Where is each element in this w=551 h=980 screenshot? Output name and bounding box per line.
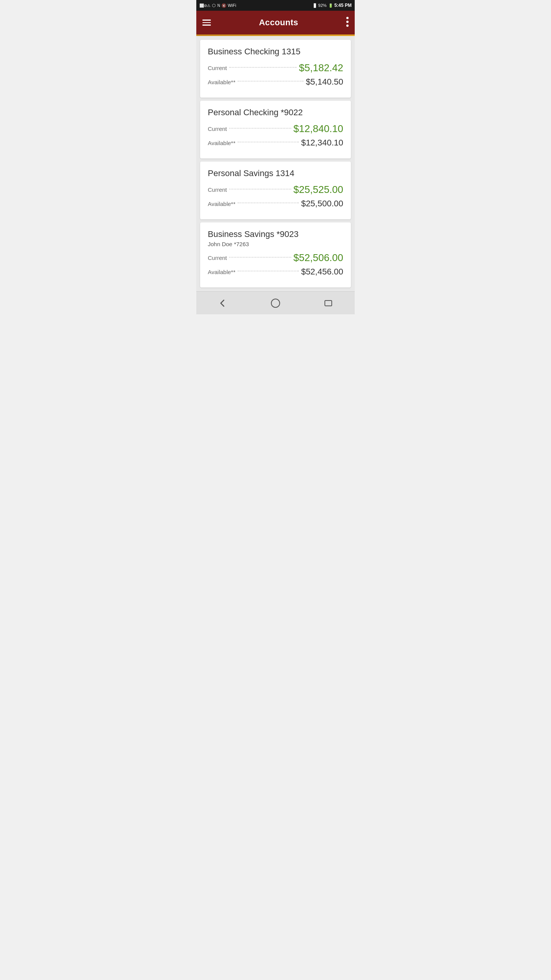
nfc-icon: N [217, 3, 220, 8]
bottom-nav-bar [196, 291, 355, 314]
app-icons: ⬜⊘⚠ [199, 3, 210, 8]
svg-point-1 [346, 21, 349, 23]
account-sub-business-savings: John Doe *7263 [208, 241, 343, 247]
current-label-4: Current [208, 255, 227, 261]
current-balance-row-4: Current $52,506.00 [208, 252, 343, 264]
available-balance-row-2: Available** $12,340.10 [208, 138, 343, 148]
status-bar: ⬜⊘⚠ ⬡ N 🔇 WiFi ▊ 92% 🔋 5:45 PM [196, 0, 355, 11]
available-label-1: Available** [208, 79, 235, 85]
hamburger-menu-button[interactable] [202, 20, 211, 26]
dots-4b [238, 271, 299, 271]
account-card-business-checking[interactable]: Business Checking 1315 Current $5,182.42… [200, 40, 351, 98]
recents-button[interactable] [321, 296, 336, 311]
home-button[interactable] [268, 296, 283, 311]
battery-percentage: 92% [318, 3, 327, 8]
dots-3a [229, 189, 291, 189]
available-label-3: Available** [208, 201, 235, 207]
current-amount-4: $52,506.00 [293, 252, 343, 264]
mute-icon: 🔇 [222, 3, 226, 8]
available-amount-4: $52,456.00 [301, 267, 343, 277]
current-label-1: Current [208, 65, 227, 71]
time-display: 5:45 PM [334, 3, 352, 8]
svg-rect-4 [325, 301, 332, 306]
dots-3b [238, 203, 299, 203]
available-label-4: Available** [208, 269, 235, 275]
page-title: Accounts [259, 18, 298, 28]
dots-2b [238, 142, 299, 142]
available-balance-row-4: Available** $52,456.00 [208, 267, 343, 277]
svg-point-3 [271, 299, 280, 307]
svg-point-2 [346, 24, 349, 27]
account-name-business-checking: Business Checking 1315 [208, 47, 343, 57]
account-card-business-savings[interactable]: Business Savings *9023 John Doe *7263 Cu… [200, 222, 351, 287]
current-balance-row-3: Current $25,525.00 [208, 184, 343, 196]
current-label-3: Current [208, 186, 227, 193]
dots-1b [238, 81, 303, 82]
available-label-2: Available** [208, 140, 235, 146]
current-amount-2: $12,840.10 [293, 123, 343, 135]
current-balance-row-1: Current $5,182.42 [208, 62, 343, 74]
available-balance-row-3: Available** $25,500.00 [208, 199, 343, 209]
svg-point-0 [346, 17, 349, 19]
dots-4a [229, 257, 291, 258]
account-card-personal-checking[interactable]: Personal Checking *9022 Current $12,840.… [200, 101, 351, 158]
current-balance-row-2: Current $12,840.10 [208, 123, 343, 135]
app-bar: Accounts [196, 11, 355, 34]
account-name-business-savings: Business Savings *9023 [208, 229, 343, 239]
account-name-personal-savings: Personal Savings 1314 [208, 168, 343, 178]
available-balance-row-1: Available** $5,140.50 [208, 77, 343, 87]
available-amount-2: $12,340.10 [301, 138, 343, 148]
current-amount-1: $5,182.42 [299, 62, 343, 74]
current-amount-3: $25,525.00 [293, 184, 343, 196]
status-left: ⬜⊘⚠ ⬡ N 🔇 WiFi [199, 3, 236, 8]
accounts-list: Business Checking 1315 Current $5,182.42… [196, 36, 355, 291]
account-name-personal-checking: Personal Checking *9022 [208, 108, 343, 118]
bluetooth-icon: ⬡ [212, 3, 216, 8]
status-right: ▊ 92% 🔋 5:45 PM [314, 3, 352, 8]
available-amount-1: $5,140.50 [306, 77, 343, 87]
current-label-2: Current [208, 126, 227, 132]
dots-1a [229, 67, 297, 68]
wifi-icon: WiFi [228, 3, 236, 8]
more-options-button[interactable] [346, 17, 349, 28]
battery-icon: 🔋 [328, 3, 333, 8]
dots-2a [229, 128, 291, 129]
signal-icon: ▊ [314, 3, 317, 8]
back-button[interactable] [215, 296, 230, 311]
account-card-personal-savings[interactable]: Personal Savings 1314 Current $25,525.00… [200, 162, 351, 219]
available-amount-3: $25,500.00 [301, 199, 343, 209]
